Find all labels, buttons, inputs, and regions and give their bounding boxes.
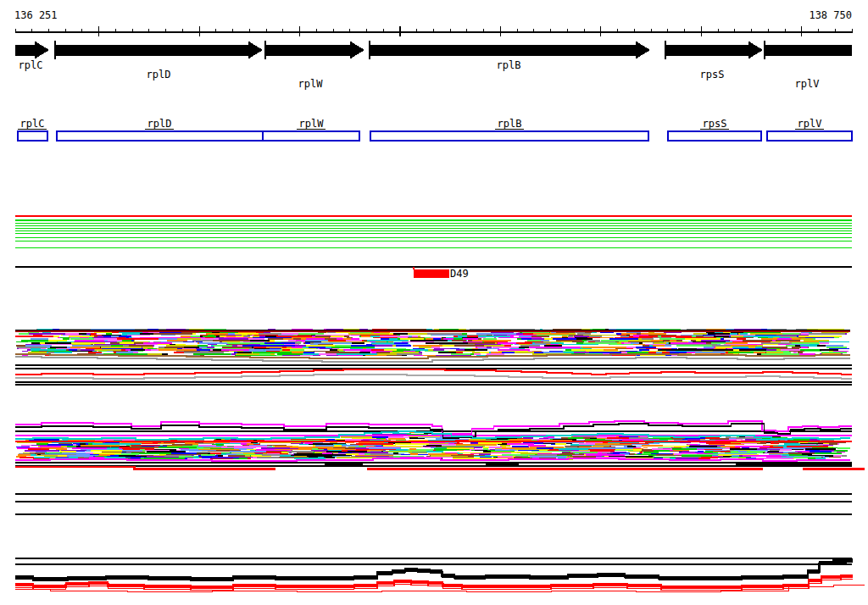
feature-box-rplC[interactable]: rplC bbox=[18, 118, 47, 141]
feature-label-rplB: rplB bbox=[498, 118, 522, 130]
gene-arrow-rplV[interactable]: rplV bbox=[765, 45, 852, 91]
gene-arrow-rplW[interactable]: rplW bbox=[266, 42, 364, 91]
feature-box-rplD[interactable]: rplD bbox=[57, 118, 263, 141]
feature-box-track: rplCrplDrplWrplBrpsSrplV bbox=[18, 118, 852, 141]
feature-box-rplB[interactable]: rplB bbox=[370, 118, 648, 141]
gene-label-rplV: rplV bbox=[795, 78, 820, 90]
comparison-band-2 bbox=[15, 433, 849, 459]
feature-label-rpsS: rpsS bbox=[703, 118, 727, 130]
feature-box-rplV[interactable]: rplV bbox=[767, 118, 852, 141]
plot-grid-lines bbox=[15, 267, 865, 564]
marker-label: D49 bbox=[450, 268, 469, 280]
feature-box-rpsS[interactable]: rpsS bbox=[668, 118, 761, 141]
feature-label-rplD: rplD bbox=[147, 118, 172, 130]
comparison-band-1 bbox=[15, 330, 849, 355]
plot-curves bbox=[15, 354, 865, 591]
feature-box-rplW[interactable]: rplW bbox=[263, 118, 359, 141]
gene-label-rpsS: rpsS bbox=[700, 69, 725, 80]
genome-browser-window: 136 251 138 750 rplCrplDrplWrplBrpsSrplV… bbox=[0, 0, 868, 605]
gene-label-rplB: rplB bbox=[497, 59, 521, 71]
gene-arrow-rpsS[interactable]: rpsS bbox=[666, 42, 763, 81]
genome-view-canvas[interactable]: rplCrplDrplWrplBrpsSrplVrplCrplDrplWrplB… bbox=[0, 0, 868, 605]
gene-arrow-track: rplCrplDrplWrplBrpsSrplV bbox=[15, 41, 852, 90]
feature-label-rplV: rplV bbox=[798, 118, 822, 130]
gene-arrow-rplD[interactable]: rplD bbox=[56, 42, 263, 81]
plot-curve-magenta_top bbox=[15, 421, 852, 434]
gene-label-rplC: rplC bbox=[19, 59, 43, 71]
identity-track bbox=[15, 216, 852, 248]
plot-curve-gray_mid bbox=[15, 375, 852, 379]
gene-arrow-rplB[interactable]: rplB bbox=[370, 42, 650, 72]
plot-curve-red_mid bbox=[15, 369, 852, 375]
plot-curve-band1_gray bbox=[15, 357, 850, 362]
plot-curve-bottom_black bbox=[15, 559, 853, 581]
gene-label-rplD: rplD bbox=[147, 69, 171, 80]
ruler bbox=[15, 26, 852, 36]
feature-label-rplW: rplW bbox=[299, 118, 325, 130]
selected-feature-marker[interactable]: D49 bbox=[414, 267, 469, 280]
gene-arrow-rplC[interactable]: rplC bbox=[15, 42, 49, 72]
feature-label-rplC: rplC bbox=[20, 118, 45, 130]
gene-label-rplW: rplW bbox=[298, 78, 324, 90]
